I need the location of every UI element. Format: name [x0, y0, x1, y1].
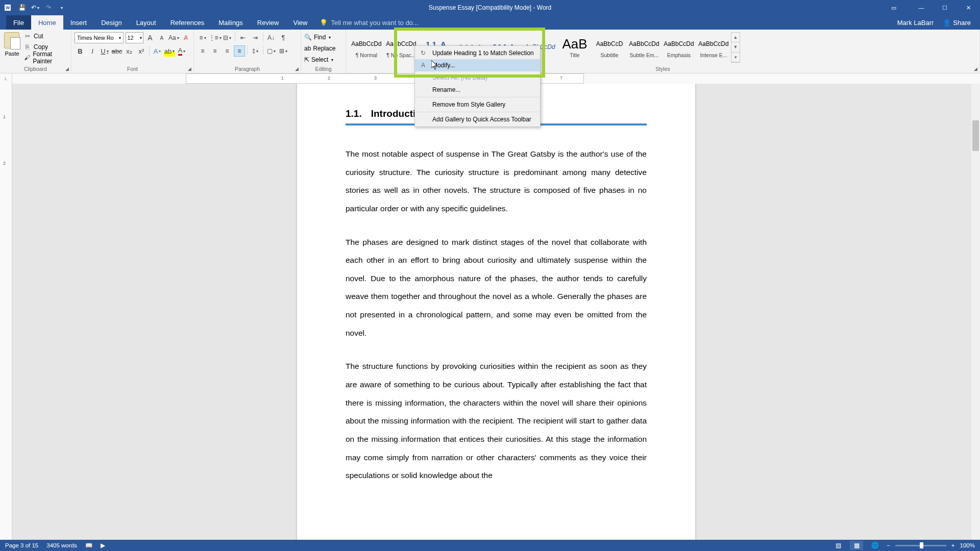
status-page[interactable]: Page 3 of 15 [5, 542, 38, 548]
underline-button[interactable]: U▾ [99, 45, 110, 57]
zoom-level[interactable]: 100% [960, 542, 975, 548]
zoom-out-button[interactable]: − [887, 542, 890, 548]
style-item-8[interactable]: AaBbCcDdSubtle Em... [627, 32, 662, 62]
font-name-combo[interactable]: Times New Ro▾ [75, 32, 124, 43]
tell-me-search[interactable]: 💡 Tell me what you want to do... [320, 15, 418, 30]
scrollbar-thumb[interactable] [972, 120, 979, 151]
ribbon-options-icon[interactable]: ▭ [882, 0, 905, 15]
close-button[interactable]: ✕ [957, 0, 980, 15]
font-launcher[interactable]: ◢ [186, 66, 192, 72]
replace-button[interactable]: abReplace [304, 43, 342, 54]
align-left-button[interactable]: ≡ [197, 45, 208, 57]
clipboard-launcher[interactable]: ◢ [64, 66, 70, 72]
view-read-mode[interactable]: ▤ [831, 541, 845, 550]
maximize-button[interactable]: ☐ [933, 0, 957, 15]
text-effects-button[interactable]: A▾ [152, 45, 163, 57]
tab-design[interactable]: Design [94, 15, 129, 30]
subscript-button[interactable]: x₂ [124, 45, 135, 57]
paragraph-text[interactable]: The phases are designed to mark distinct… [346, 233, 647, 342]
shading-button[interactable]: ▢▾ [265, 45, 277, 57]
style-item-1[interactable]: AaBbCcDd¶ No Spac... [384, 32, 419, 62]
vertical-scrollbar[interactable] [971, 84, 980, 540]
bold-button[interactable]: B [75, 45, 86, 57]
font-color-button[interactable]: A▾ [176, 45, 187, 57]
decrease-indent-button[interactable]: ⇤ [237, 32, 249, 43]
cut-button[interactable]: ✂Cut [24, 31, 68, 41]
styles-scroll[interactable]: ▲▼▾ [731, 32, 740, 63]
share-button[interactable]: 👤 Share [943, 19, 971, 27]
italic-button[interactable]: I [87, 45, 98, 57]
format-painter-button[interactable]: 🖌Format Painter [24, 53, 68, 63]
menu-add-to-qat[interactable]: Add Gallery to Quick Access Toolbar [415, 113, 540, 126]
tab-insert[interactable]: Insert [63, 15, 94, 30]
menu-update-to-match[interactable]: ↻ Update Heading 1 to Match Selection [415, 47, 540, 59]
style-item-9[interactable]: AaBbCcDdEmphasis [662, 32, 696, 62]
style-item-0[interactable]: AaBbCcDd¶ Normal [349, 32, 384, 62]
menu-select-all[interactable]: Select All: (No Data) [415, 71, 540, 84]
clear-formatting-button[interactable]: A̷ [181, 32, 190, 43]
paragraph-text[interactable]: The structure functions by provoking cur… [346, 357, 647, 484]
redo-icon[interactable]: ↷ [44, 3, 53, 12]
line-spacing-button[interactable]: ‡▾ [250, 45, 261, 57]
format-painter-label: Format Painter [33, 51, 68, 65]
tab-home[interactable]: Home [31, 15, 63, 30]
styles-up-icon[interactable]: ▲ [731, 33, 740, 42]
tab-view[interactable]: View [286, 15, 314, 30]
zoom-thumb[interactable] [920, 542, 923, 548]
document-page[interactable]: 1.1.Introduction The most notable aspect… [297, 84, 695, 540]
minimize-button[interactable]: — [910, 0, 933, 15]
align-center-button[interactable]: ≡ [209, 45, 220, 57]
styles-more-icon[interactable]: ▾ [731, 53, 740, 62]
undo-icon[interactable]: ↶▾ [31, 3, 40, 12]
grow-font-button[interactable]: A [145, 32, 155, 43]
numbering-button[interactable]: ⋮≡▾ [209, 32, 220, 43]
strikethrough-button[interactable]: abc [111, 45, 122, 57]
zoom-in-button[interactable]: + [951, 542, 955, 548]
user-name[interactable]: Mark LaBarr [897, 19, 934, 27]
replace-label: Replace [313, 45, 335, 52]
paste-button[interactable]: Paste [3, 31, 21, 63]
status-words[interactable]: 3405 words [46, 542, 77, 548]
sort-button[interactable]: A↓ [265, 32, 277, 43]
view-web-layout[interactable]: 🌐 [868, 541, 881, 550]
style-preview: AaBbCcDd [351, 36, 381, 52]
align-justify-button[interactable]: ≡ [234, 45, 245, 57]
tab-mailings[interactable]: Mailings [211, 15, 250, 30]
menu-rename[interactable]: Rename... [415, 84, 540, 96]
view-print-layout[interactable]: ▦ [850, 541, 863, 550]
show-marks-button[interactable]: ¶ [278, 32, 289, 43]
increase-indent-button[interactable]: ⇥ [250, 32, 261, 43]
paragraph-launcher[interactable]: ◢ [293, 66, 300, 72]
status-macro-icon[interactable]: ▶ [101, 542, 105, 549]
vertical-ruler[interactable]: 1 2 [0, 84, 12, 540]
select-button[interactable]: ⇱Select▾ [304, 55, 342, 65]
highlight-button[interactable]: ab▾ [164, 45, 175, 57]
tab-layout[interactable]: Layout [129, 15, 163, 30]
align-right-button[interactable]: ≡ [222, 45, 233, 57]
style-item-6[interactable]: AaBTitle [557, 32, 592, 62]
paragraph-text[interactable]: The most notable aspect of suspense in T… [346, 145, 647, 218]
multilevel-button[interactable]: ⊟▾ [222, 32, 233, 43]
menu-remove-from-gallery[interactable]: Remove from Style Gallery [415, 98, 540, 111]
find-button[interactable]: 🔍Find▾ [304, 32, 342, 42]
styles-down-icon[interactable]: ▼ [731, 42, 740, 52]
tab-review[interactable]: Review [250, 15, 286, 30]
tab-file[interactable]: File [6, 15, 31, 30]
borders-button[interactable]: ⊞▾ [278, 45, 289, 57]
font-size-combo[interactable]: 12▾ [126, 32, 143, 43]
cut-icon: ✂ [24, 33, 31, 40]
style-item-7[interactable]: AaBbCcDSubtitle [592, 32, 627, 62]
shrink-font-button[interactable]: A [157, 32, 166, 43]
status-proofing-icon[interactable]: 📖 [85, 542, 92, 549]
styles-launcher[interactable]: ◢ [972, 66, 978, 72]
qat-customize-icon[interactable]: ▾ [57, 3, 66, 12]
save-icon[interactable]: 💾 [17, 3, 27, 12]
bullets-button[interactable]: ≡▾ [197, 32, 208, 43]
change-case-button[interactable]: Aa▾ [168, 32, 179, 43]
style-context-menu: ↻ Update Heading 1 to Match Selection A … [414, 45, 541, 127]
superscript-button[interactable]: x² [136, 45, 147, 57]
menu-modify[interactable]: A Modify... [415, 59, 540, 71]
tab-references[interactable]: References [163, 15, 211, 30]
style-item-10[interactable]: AaBbCcDdIntense E... [696, 32, 731, 62]
zoom-slider[interactable] [895, 545, 946, 546]
